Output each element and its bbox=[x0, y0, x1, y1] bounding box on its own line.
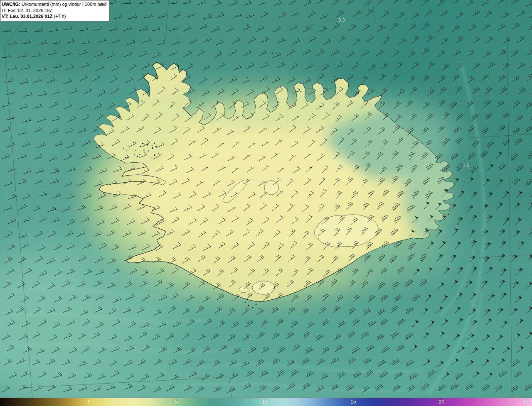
map-title-line: UWC/IG: Úrkomumætti (mm) og vindur í 100… bbox=[2, 1, 106, 7]
wind-barb-layer bbox=[0, 0, 532, 398]
colorbar-tick: 10 bbox=[262, 399, 268, 405]
colorbar-tick: 50 bbox=[524, 399, 530, 405]
colorbar-tick: 30 bbox=[439, 399, 444, 405]
colorbar-tick: 5 bbox=[175, 399, 178, 405]
init-time: IT: Fös. 02. 01. 2026 18Z bbox=[2, 7, 106, 14]
valid-time-offset: (+7 h) bbox=[52, 14, 66, 19]
weather-map-app: 3.95.05.04.81.4 UWC/IG: Úrkomumætti (mm)… bbox=[0, 0, 532, 406]
map-title: Úrkomumætti (mm) og vindur í 100m hæð bbox=[20, 2, 107, 7]
colorbar-tick: 15 bbox=[350, 399, 356, 405]
colorbar: 1510153050 bbox=[0, 398, 532, 406]
valid-time: VT: Lau. 03.01.2026 01Z bbox=[2, 14, 52, 19]
colorbar-tick: 1 bbox=[87, 399, 90, 405]
model-label: UWC/IG: bbox=[2, 2, 20, 7]
title-box: UWC/IG: Úrkomumætti (mm) og vindur í 100… bbox=[0, 0, 109, 21]
valid-time-line: VT: Lau. 03.01.2026 01Z (+7 h) bbox=[2, 13, 106, 20]
